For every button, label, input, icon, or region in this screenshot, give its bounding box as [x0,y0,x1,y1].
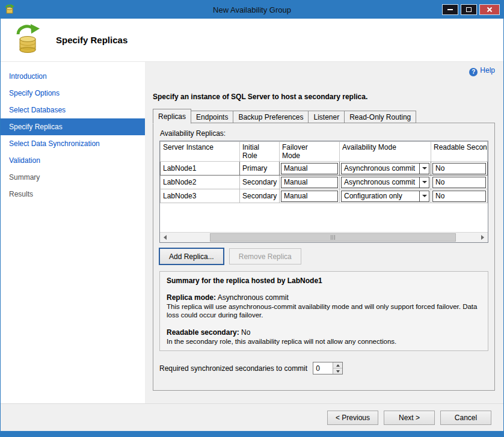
scroll-left-button[interactable] [160,233,170,242]
maximize-icon [466,7,472,12]
database-replica-icon [14,23,41,57]
grid-empty-area [160,203,488,232]
sidebar-item-summary: Summary [1,169,145,186]
help-link[interactable]: ?Help [469,66,495,75]
instruction-text: Specify an instance of SQL Server to hos… [153,93,495,101]
close-button[interactable] [479,4,500,15]
table-row: LabNode2 Secondary Manual Asynchronous c… [161,176,488,189]
col-initial-role[interactable]: Initial Role [240,142,280,162]
minimize-button[interactable] [442,4,458,15]
app-icon [4,4,15,15]
sidebar-item-introduction[interactable]: Introduction [1,68,145,85]
readable-secondary-value: No [241,328,250,337]
close-icon [487,7,493,13]
tab-backup-preferences[interactable]: Backup Preferences [233,111,309,123]
readable-secondary-dropdown[interactable]: No [432,191,486,202]
add-replica-button[interactable]: Add Replica... [159,248,224,264]
remove-replica-button[interactable]: Remove Replica [229,248,301,264]
minimize-icon [447,9,453,10]
col-readable-secondary[interactable]: Readable Secondary [431,142,488,162]
window-border-bottom [1,431,503,436]
cancel-button[interactable]: Cancel [440,411,491,425]
spinner-up-button[interactable] [333,362,342,368]
failover-mode-dropdown[interactable]: Manual [281,163,338,174]
availability-mode-dropdown[interactable]: Asynchronous commit [341,177,429,188]
titlebar[interactable]: New Availability Group [1,1,503,19]
grid-header-row: Server Instance Initial Role Failover Mo… [161,142,488,162]
table-row: LabNode3 Secondary Manual Configuration … [161,189,488,203]
cell-server-instance[interactable]: LabNode2 [161,176,240,189]
readable-secondary-label: Readable secondary: [167,328,239,337]
replica-mode-description: This replica will use asynchronous-commi… [167,302,481,320]
tab-listener[interactable]: Listener [308,111,345,123]
previous-button[interactable]: < Previous [327,411,378,425]
required-secondaries-input[interactable] [313,362,333,374]
wizard-header: Specify Replicas [1,19,503,62]
scroll-right-button[interactable] [478,233,488,242]
sidebar-item-select-databases[interactable]: Select Databases [1,102,145,118]
new-availability-group-window: New Availability Group Specify Replicas … [0,0,504,437]
wizard-footer: < Previous Next > Cancel [1,403,503,431]
window-title: New Availability Group [1,5,503,14]
required-secondaries-label: Required synchronized secondaries to com… [159,364,307,373]
replica-mode-label: Replica mode: [167,293,216,302]
readable-secondary-description: In the secondary role, this availability… [167,337,481,346]
scrollbar-thumb[interactable] [210,233,456,242]
readable-secondary-dropdown[interactable]: No [432,177,486,188]
replicas-tab-panel: Availability Replicas: Server Instance I… [153,123,495,391]
scrollbar-track[interactable] [170,233,478,242]
horizontal-scrollbar[interactable] [160,232,488,242]
scroll-right-icon [481,235,484,240]
col-availability-mode[interactable]: Availability Mode [340,142,431,162]
chevron-down-icon [419,177,429,188]
sidebar-item-validation[interactable]: Validation [1,152,145,169]
chevron-down-icon [419,163,429,174]
spinner-down-button[interactable] [333,368,342,374]
sidebar-item-specify-options[interactable]: Specify Options [1,85,145,102]
window-controls [442,4,500,15]
chevron-down-icon [419,191,429,201]
cell-initial-role[interactable]: Secondary [240,176,280,189]
spinner-down-icon [336,370,340,373]
next-button[interactable]: Next > [384,411,435,425]
sidebar-item-results: Results [1,186,145,203]
cell-initial-role[interactable]: Primary [240,162,280,176]
help-label: Help [480,66,495,75]
wizard-steps-sidebar: Introduction Specify Options Select Data… [1,62,145,403]
scroll-left-icon [164,235,167,240]
spinner-up-icon [336,364,340,367]
replica-mode-value: Asynchronous commit [218,293,289,302]
main-panel: ?Help Specify an instance of SQL Server … [145,62,503,403]
failover-mode-dropdown[interactable]: Manual [281,191,338,202]
col-server-instance[interactable]: Server Instance [161,142,240,162]
summary-title: Summary for the replica hosted by LabNod… [167,277,481,285]
tab-endpoints[interactable]: Endpoints [191,111,233,123]
availability-mode-dropdown[interactable]: Configuration only [341,191,429,202]
readable-secondary-dropdown[interactable]: No [432,163,486,174]
help-icon: ? [469,68,478,76]
sidebar-item-select-data-synchronization[interactable]: Select Data Synchronization [1,135,145,152]
replicas-grid: Server Instance Initial Role Failover Mo… [159,141,488,243]
tab-replicas[interactable]: Replicas [153,109,191,124]
table-row: LabNode1 Primary Manual Asynchronous com… [161,162,488,176]
cell-server-instance[interactable]: LabNode1 [161,162,240,176]
cell-initial-role[interactable]: Secondary [240,189,280,203]
required-secondaries-stepper [313,362,343,374]
failover-mode-dropdown[interactable]: Manual [281,177,338,188]
tab-read-only-routing[interactable]: Read-Only Routing [344,111,416,123]
maximize-button[interactable] [461,4,477,15]
page-title: Specify Replicas [56,35,128,45]
availability-mode-dropdown[interactable]: Asynchronous commit [341,163,429,174]
col-failover-mode[interactable]: Failover Mode [280,142,340,162]
sidebar-item-specify-replicas[interactable]: Specify Replicas [1,118,145,135]
tab-strip: Replicas Endpoints Backup Preferences Li… [153,109,495,123]
availability-replicas-label: Availability Replicas: [160,129,488,138]
replica-summary-panel: Summary for the replica hosted by LabNod… [159,271,488,351]
cell-server-instance[interactable]: LabNode3 [161,189,240,203]
